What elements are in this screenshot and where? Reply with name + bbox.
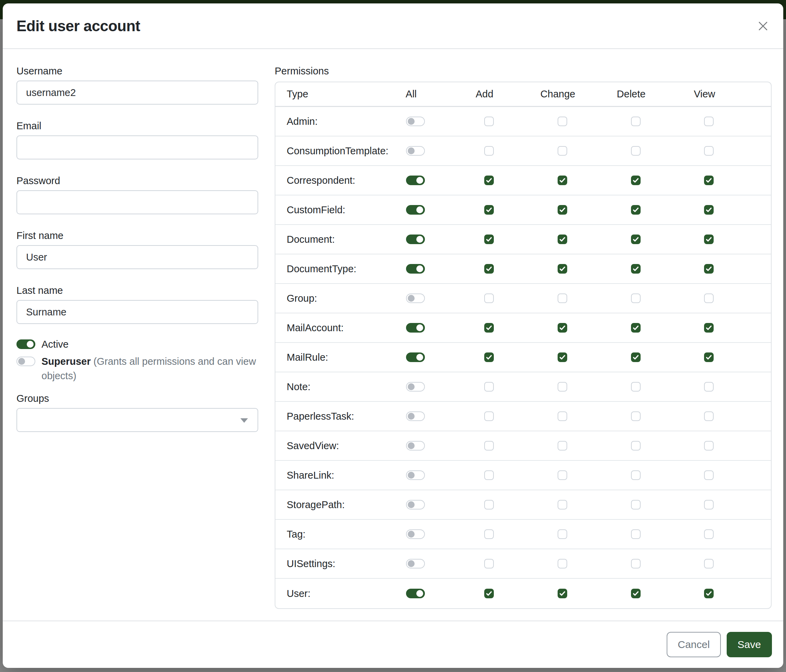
permission-all-toggle[interactable] [406,500,425,509]
permission-delete-checkbox[interactable] [631,352,641,362]
permission-change-checkbox[interactable] [558,441,567,451]
permission-delete-checkbox[interactable] [631,234,641,244]
permission-add-checkbox[interactable] [484,441,494,451]
permission-view-checkbox[interactable] [704,500,714,509]
permission-add-checkbox[interactable] [484,116,494,126]
permission-change-checkbox[interactable] [558,500,567,509]
permission-delete-checkbox[interactable] [631,411,641,421]
superuser-toggle[interactable] [16,356,35,366]
permission-all-toggle[interactable] [406,382,425,391]
permission-all-toggle[interactable] [406,234,425,244]
permission-view-checkbox[interactable] [704,589,714,598]
permission-view-checkbox[interactable] [704,470,714,480]
active-toggle[interactable] [16,339,35,349]
permission-change-checkbox[interactable] [558,323,567,333]
permission-add-checkbox[interactable] [484,589,494,598]
permission-change-checkbox[interactable] [558,352,567,362]
permission-add-checkbox[interactable] [484,146,494,155]
permission-add-checkbox[interactable] [484,176,494,185]
permission-all-toggle[interactable] [406,470,425,480]
permission-change-checkbox[interactable] [558,176,567,185]
permission-all-toggle[interactable] [406,589,425,598]
permission-type-label: Document: [275,234,374,245]
permission-delete-checkbox[interactable] [631,559,641,568]
permission-change-checkbox[interactable] [558,382,567,391]
permission-change-checkbox[interactable] [558,205,567,215]
permission-add-checkbox[interactable] [484,529,494,539]
permission-view-checkbox[interactable] [704,205,714,215]
permission-add-checkbox[interactable] [484,234,494,244]
permission-delete-checkbox[interactable] [631,589,641,598]
permission-all-toggle[interactable] [406,264,425,273]
permission-view-checkbox[interactable] [704,323,714,333]
permission-delete-checkbox[interactable] [631,529,641,539]
permission-add-checkbox[interactable] [484,352,494,362]
permission-delete-checkbox[interactable] [631,441,641,451]
permission-delete-checkbox[interactable] [631,294,641,303]
permission-add-checkbox[interactable] [484,411,494,421]
groups-select[interactable] [16,408,258,432]
permission-all-toggle[interactable] [406,559,425,568]
cancel-button[interactable]: Cancel [667,632,720,657]
password-input[interactable] [16,190,258,214]
permission-view-checkbox[interactable] [704,176,714,185]
permission-view-checkbox[interactable] [704,352,714,362]
permission-view-checkbox[interactable] [704,382,714,391]
permission-view-checkbox[interactable] [704,411,714,421]
permission-view-checkbox[interactable] [704,294,714,303]
email-input[interactable] [16,135,258,159]
permission-change-checkbox[interactable] [558,411,567,421]
permission-all-toggle[interactable] [406,294,425,303]
permission-delete-checkbox[interactable] [631,470,641,480]
permission-add-checkbox[interactable] [484,205,494,215]
permission-add-checkbox[interactable] [484,500,494,509]
permission-delete-checkbox[interactable] [631,116,641,126]
permission-view-checkbox[interactable] [704,264,714,273]
permission-all-toggle[interactable] [406,441,425,451]
permission-change-checkbox[interactable] [558,589,567,598]
permission-delete-checkbox[interactable] [631,382,641,391]
first-name-input[interactable] [16,245,258,269]
permission-all-toggle[interactable] [406,146,425,155]
permission-delete-checkbox[interactable] [631,500,641,509]
permission-change-checkbox[interactable] [558,470,567,480]
permission-delete-checkbox[interactable] [631,205,641,215]
permission-all-toggle[interactable] [406,176,425,185]
permission-change-checkbox[interactable] [558,529,567,539]
permission-add-checkbox[interactable] [484,294,494,303]
permission-add-checkbox[interactable] [484,559,494,568]
permission-delete-checkbox[interactable] [631,323,641,333]
permission-delete-checkbox[interactable] [631,176,641,185]
permission-all-toggle[interactable] [406,529,425,539]
permission-all-toggle[interactable] [406,352,425,362]
permission-delete-checkbox[interactable] [631,146,641,155]
permission-change-checkbox[interactable] [558,294,567,303]
permission-all-toggle[interactable] [406,116,425,126]
permission-view-checkbox[interactable] [704,116,714,126]
toggle-knob [408,442,415,449]
permission-change-checkbox[interactable] [558,146,567,155]
permission-view-checkbox[interactable] [704,441,714,451]
permission-all-toggle[interactable] [406,323,425,333]
permission-view-checkbox[interactable] [704,234,714,244]
username-input[interactable] [16,80,258,105]
last-name-input[interactable] [16,300,258,324]
permission-change-checkbox[interactable] [558,264,567,273]
permission-view-checkbox[interactable] [704,146,714,155]
permission-add-checkbox[interactable] [484,264,494,273]
permission-add-checkbox[interactable] [484,382,494,391]
permission-change-checkbox[interactable] [558,559,567,568]
save-button[interactable]: Save [727,632,772,657]
permission-view-checkbox[interactable] [704,559,714,568]
permission-add-checkbox[interactable] [484,470,494,480]
permission-change-checkbox[interactable] [558,234,567,244]
close-button[interactable] [755,17,772,35]
permission-delete-checkbox[interactable] [631,264,641,273]
permission-add-checkbox[interactable] [484,323,494,333]
permission-all-toggle[interactable] [406,411,425,421]
username-field-group: Username [16,65,258,105]
permission-all-toggle[interactable] [406,205,425,215]
permission-change-checkbox[interactable] [558,116,567,126]
permission-type-label: Tag: [275,529,374,540]
permission-view-checkbox[interactable] [704,529,714,539]
